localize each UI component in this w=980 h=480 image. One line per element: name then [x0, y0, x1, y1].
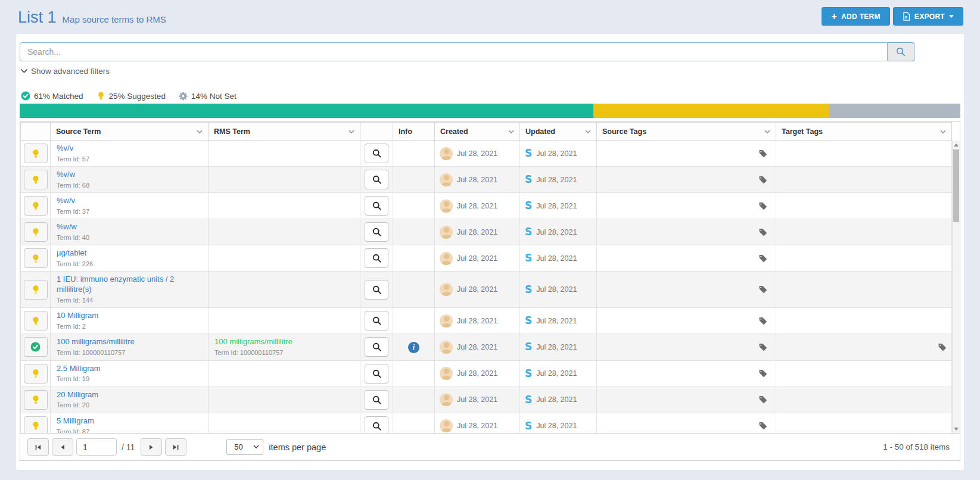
source-tag-icon[interactable]	[758, 285, 767, 294]
match-status-button[interactable]	[24, 170, 48, 189]
chevron-down-icon[interactable]	[764, 130, 770, 133]
match-status-button[interactable]	[24, 364, 48, 384]
scroll-up-button[interactable]	[953, 141, 960, 149]
source-term-link[interactable]: 1 IEU: immuno enzymatic units / 2 millil…	[57, 275, 202, 295]
lookup-term-button[interactable]	[365, 390, 388, 410]
magnifier-icon	[372, 148, 382, 158]
source-term-link[interactable]: %v/w	[57, 170, 202, 180]
source-tag-icon[interactable]	[758, 395, 767, 404]
source-term-link[interactable]: %w/v	[57, 196, 202, 206]
first-page-button[interactable]	[27, 438, 49, 456]
info-icon[interactable]: i	[408, 342, 419, 353]
match-status-button[interactable]	[24, 337, 48, 357]
source-tag-icon[interactable]	[758, 369, 767, 378]
sync-icon: S	[525, 369, 532, 379]
triangle-up-icon	[954, 144, 959, 147]
chevron-down-icon[interactable]	[940, 130, 946, 133]
match-status-button[interactable]	[24, 144, 48, 163]
lookup-term-button[interactable]	[365, 364, 388, 384]
updated-date: Jul 28, 2021	[536, 422, 577, 430]
lookup-term-button[interactable]	[365, 170, 388, 189]
chevron-down-icon[interactable]	[197, 130, 203, 133]
previous-page-button[interactable]	[52, 438, 73, 456]
lookup-term-button[interactable]	[365, 337, 388, 357]
lightbulb-icon	[97, 91, 105, 101]
column-rms-term[interactable]: RMS Term	[209, 123, 360, 141]
items-range-label: 1 - 50 of 518 items	[883, 442, 953, 451]
user-avatar-icon	[440, 147, 453, 160]
match-status-button[interactable]	[24, 222, 48, 242]
lookup-term-button[interactable]	[365, 248, 388, 268]
chevron-down-icon[interactable]	[585, 130, 591, 133]
match-status-button[interactable]	[24, 196, 48, 216]
source-term-link[interactable]: µg/tablet	[57, 248, 202, 258]
chevron-down-icon[interactable]	[508, 130, 514, 133]
source-term-link[interactable]: 2.5 Milligram	[57, 364, 202, 374]
source-tag-icon[interactable]	[758, 254, 767, 263]
content-card: Show advanced filters 61% Matched 25% Su…	[16, 34, 964, 470]
lookup-term-button[interactable]	[365, 144, 388, 163]
search-input[interactable]	[20, 42, 888, 61]
column-updated[interactable]: Updated	[520, 123, 597, 141]
last-page-button[interactable]	[165, 438, 186, 456]
target-tag-icon[interactable]	[938, 342, 947, 351]
column-source-term[interactable]: Source Term	[51, 123, 209, 141]
source-tag-icon[interactable]	[758, 149, 767, 158]
scrollbar-thumb[interactable]	[953, 149, 959, 222]
source-tag-icon[interactable]	[758, 175, 767, 184]
matched-label: 61% Matched	[34, 92, 83, 101]
next-page-button[interactable]	[141, 438, 162, 456]
rms-term-link[interactable]: 100 milligrams/millilitre	[214, 337, 354, 347]
source-tag-icon[interactable]	[758, 422, 767, 431]
source-term-link[interactable]: 5 Milligram	[57, 416, 202, 426]
show-advanced-filters-toggle[interactable]: Show advanced filters	[21, 67, 110, 76]
source-term-link[interactable]: %w/w	[57, 222, 202, 232]
lookup-term-button[interactable]	[365, 280, 388, 300]
column-info: Info	[393, 123, 435, 141]
table-row: 1 IEU: immuno enzymatic units / 2 millil…	[21, 272, 952, 308]
lightbulb-icon	[31, 201, 41, 211]
column-source-tags[interactable]: Source Tags	[597, 123, 776, 141]
export-button[interactable]: x EXPORT	[893, 7, 963, 26]
source-tag-icon[interactable]	[758, 227, 767, 236]
source-tag-icon[interactable]	[758, 342, 767, 351]
chevron-down-icon[interactable]	[349, 130, 354, 133]
match-status-button[interactable]	[24, 311, 48, 331]
column-target-tags[interactable]: Target Tags	[776, 123, 952, 141]
updated-date: Jul 28, 2021	[536, 254, 577, 263]
search-button[interactable]	[888, 42, 914, 61]
source-term-link[interactable]: 100 milligrams/millilitre	[57, 337, 202, 347]
lookup-term-button[interactable]	[365, 311, 388, 331]
page-number-input[interactable]	[76, 438, 117, 456]
source-tag-icon[interactable]	[758, 316, 767, 325]
progress-matched-segment	[20, 104, 593, 118]
terms-table: Source Term RMS Term Info Created Update…	[20, 121, 960, 434]
created-date: Jul 28, 2021	[457, 254, 497, 263]
lightbulb-icon	[31, 421, 41, 431]
page-size-select[interactable]: 50	[226, 439, 263, 455]
add-term-button[interactable]: + ADD TERM	[822, 7, 889, 26]
source-term-link[interactable]: %v/v	[57, 144, 202, 154]
scroll-down-button[interactable]	[953, 425, 960, 433]
source-term-link[interactable]: 20 Milligram	[57, 390, 202, 400]
match-status-button[interactable]	[24, 416, 48, 434]
source-term-id: Term Id: 57	[57, 155, 202, 163]
source-tag-icon[interactable]	[758, 201, 767, 210]
magnifier-icon	[372, 369, 382, 379]
lookup-term-button[interactable]	[365, 416, 388, 434]
user-avatar-icon	[440, 393, 453, 406]
next-page-icon	[147, 443, 155, 451]
advanced-filters-label: Show advanced filters	[31, 67, 110, 76]
updated-date: Jul 28, 2021	[536, 317, 577, 325]
column-created[interactable]: Created	[435, 123, 520, 141]
vertical-scrollbar[interactable]	[952, 141, 960, 433]
magnifier-icon	[372, 316, 382, 326]
source-term-link[interactable]: 10 Milligram	[57, 311, 202, 321]
lookup-term-button[interactable]	[365, 222, 388, 242]
updated-date: Jul 28, 2021	[536, 369, 577, 378]
match-status-button[interactable]	[24, 280, 48, 300]
match-status-button[interactable]	[24, 390, 48, 410]
match-status-button[interactable]	[24, 248, 48, 268]
table-row: 10 Milligram Term Id: 2 i Jul 28, 2021	[21, 308, 952, 334]
lookup-term-button[interactable]	[365, 196, 388, 216]
